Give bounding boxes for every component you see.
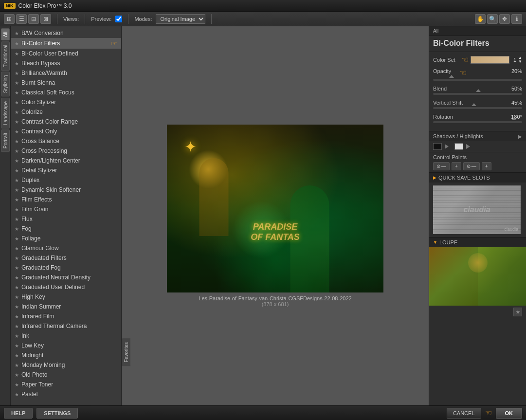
- filter-item-darken[interactable]: ★ Darken/Lighten Center: [11, 156, 121, 165]
- filter-item-bleach[interactable]: ★ Bleach Bypass: [11, 58, 121, 68]
- filter-item-bicolor-user[interactable]: ★ Bi-Color User Defined: [11, 49, 121, 58]
- star-cross-processing[interactable]: ★: [15, 148, 19, 154]
- tab-stylizing[interactable]: Stylizing: [1, 72, 10, 96]
- star-bleach[interactable]: ★: [15, 61, 19, 66]
- favorites-tab[interactable]: Favorites: [122, 338, 131, 366]
- filter-item-detail[interactable]: ★ Detail Stylizer: [11, 165, 121, 175]
- star-grad-user[interactable]: ★: [15, 285, 19, 290]
- filter-item-fog[interactable]: ★ Fog: [11, 224, 121, 234]
- zoom-tool-btn[interactable]: 🔍: [487, 14, 498, 24]
- blend-slider[interactable]: [433, 93, 522, 95]
- star-pastel[interactable]: ★: [15, 392, 19, 397]
- filter-item-monday[interactable]: ★ Monday Morning: [11, 360, 121, 370]
- star-indian[interactable]: ★: [15, 304, 19, 310]
- star-dynamic[interactable]: ★: [15, 187, 19, 193]
- filter-item-cross-processing[interactable]: ★ Cross Processing: [11, 146, 121, 156]
- star-contrast-only[interactable]: ★: [15, 129, 19, 134]
- star-colorstylizer[interactable]: ★: [15, 100, 19, 105]
- filter-item-grad-neutral[interactable]: ★ Graduated Neutral Density: [11, 273, 121, 282]
- info-tool-btn[interactable]: ℹ: [511, 14, 522, 24]
- view4-btn[interactable]: ⊠: [40, 14, 51, 24]
- filter-item-infrared-thermal[interactable]: ★ Infrared Thermal Camera: [11, 321, 121, 331]
- filter-item-bicolor[interactable]: ★ Bi-Color Filters ☞: [11, 38, 121, 49]
- star-monday[interactable]: ★: [15, 363, 19, 368]
- cancel-button[interactable]: CANCEL: [447, 408, 481, 419]
- filter-item-burnt[interactable]: ★ Burnt Sienna: [11, 78, 121, 88]
- rotation-slider[interactable]: [433, 121, 522, 123]
- cp-remove-btn[interactable]: ⊙ —: [433, 162, 450, 170]
- star-detail[interactable]: ★: [15, 168, 19, 173]
- ok-button[interactable]: OK: [496, 408, 523, 419]
- filter-item-pastel[interactable]: ★ Pastel: [11, 389, 121, 399]
- cp-add-btn1[interactable]: +: [452, 162, 461, 170]
- filter-item-bw[interactable]: ★ B/W Conversion: [11, 28, 121, 38]
- tab-landscape[interactable]: Landscape: [1, 98, 10, 128]
- tab-portrait[interactable]: Portrait: [1, 129, 10, 152]
- star-ink[interactable]: ★: [15, 333, 19, 339]
- filter-item-high-key[interactable]: ★ High Key: [11, 292, 121, 302]
- qs-header[interactable]: ▶ QUICK SAVE SLOTS: [429, 173, 526, 183]
- filter-item-midnight[interactable]: ★ Midnight: [11, 350, 121, 360]
- star-low-key[interactable]: ★: [15, 343, 19, 348]
- opacity-slider[interactable]: [433, 79, 522, 81]
- modes-select[interactable]: Original Image: [156, 14, 205, 24]
- star-burnt[interactable]: ★: [15, 80, 19, 86]
- filter-item-paper-toner[interactable]: ★ Paper Toner: [11, 380, 121, 389]
- filter-item-glamour[interactable]: ★ Glamour Glow: [11, 243, 121, 253]
- loupe-header[interactable]: ▼ LOUPE: [429, 237, 526, 247]
- help-button[interactable]: HELP: [4, 408, 33, 419]
- star-infrared-thermal[interactable]: ★: [15, 324, 19, 329]
- filter-item-ink[interactable]: ★ Ink: [11, 331, 121, 341]
- filter-item-colorstylizer[interactable]: ★ Color Stylizer: [11, 97, 121, 107]
- loupe-star-btn[interactable]: ★: [513, 308, 522, 316]
- settings-button[interactable]: SETTINGS: [36, 408, 78, 419]
- filter-item-cross-balance[interactable]: ★ Cross Balance: [11, 136, 121, 146]
- filter-item-indian[interactable]: ★ Indian Summer: [11, 302, 121, 311]
- star-paper-toner[interactable]: ★: [15, 382, 19, 387]
- filter-item-film-effects[interactable]: ★ Film Effects: [11, 195, 121, 204]
- star-glamour[interactable]: ★: [15, 246, 19, 251]
- star-film-effects[interactable]: ★: [15, 197, 19, 202]
- star-grad-neutral[interactable]: ★: [15, 275, 19, 280]
- cp-add-btn2[interactable]: +: [482, 162, 491, 170]
- star-cross-balance[interactable]: ★: [15, 139, 19, 144]
- filter-item-grad-fog[interactable]: ★ Graduated Fog: [11, 263, 121, 273]
- hand-tool-btn[interactable]: ✋: [475, 14, 486, 24]
- star-high-key[interactable]: ★: [15, 294, 19, 300]
- star-film-grain[interactable]: ★: [15, 207, 19, 212]
- star-bicolor-user[interactable]: ★: [15, 51, 19, 56]
- list-view-btn[interactable]: ☰: [16, 14, 27, 24]
- star-colorize[interactable]: ★: [15, 110, 19, 115]
- filter-item-old-photo[interactable]: ★ Old Photo: [11, 370, 121, 380]
- star-midnight[interactable]: ★: [15, 353, 19, 358]
- star-old-photo[interactable]: ★: [15, 372, 19, 378]
- grid-view-btn[interactable]: ⊞: [4, 14, 15, 24]
- filter-item-classical[interactable]: ★ Classical Soft Focus: [11, 88, 121, 97]
- filter-item-grad-filters[interactable]: ★ Graduated Filters: [11, 253, 121, 263]
- color-swatch[interactable]: [471, 56, 509, 64]
- filter-item-contrast-only[interactable]: ★ Contrast Only: [11, 127, 121, 136]
- cp-copy-btn[interactable]: ⊙ —: [463, 162, 480, 170]
- filter-item-dynamic[interactable]: ★ Dynamic Skin Softener: [11, 185, 121, 195]
- star-grad-fog[interactable]: ★: [15, 265, 19, 271]
- star-foliage[interactable]: ★: [15, 236, 19, 241]
- star-infrared-film[interactable]: ★: [15, 314, 19, 319]
- color-set-spinner[interactable]: ▲ ▼: [518, 56, 522, 64]
- star-grad-filters[interactable]: ★: [15, 256, 19, 261]
- filter-item-flux[interactable]: ★ Flux: [11, 214, 121, 224]
- star-flux[interactable]: ★: [15, 217, 19, 222]
- filter-item-infrared-film[interactable]: ★ Infrared Film: [11, 311, 121, 321]
- tab-all[interactable]: All: [1, 28, 10, 40]
- filter-item-foliage[interactable]: ★ Foliage: [11, 234, 121, 243]
- star-duplex[interactable]: ★: [15, 178, 19, 183]
- star-darken[interactable]: ★: [15, 158, 19, 164]
- filter-item-duplex[interactable]: ★ Duplex: [11, 175, 121, 185]
- star-brilliance[interactable]: ★: [15, 71, 19, 76]
- filter-item-low-key[interactable]: ★ Low Key: [11, 341, 121, 350]
- star-ccr[interactable]: ★: [15, 119, 19, 125]
- filter-item-colorize[interactable]: ★ Colorize: [11, 107, 121, 117]
- star-classical[interactable]: ★: [15, 90, 19, 95]
- star-bw[interactable]: ★: [15, 31, 19, 36]
- vertical-shift-slider[interactable]: [433, 107, 522, 109]
- star-bicolor[interactable]: ★: [15, 41, 19, 46]
